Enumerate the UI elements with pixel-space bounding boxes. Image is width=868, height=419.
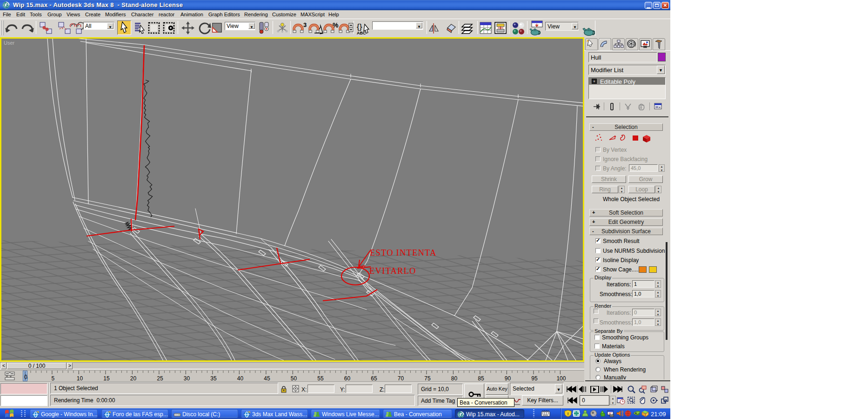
svg-text:3: 3 xyxy=(303,21,307,28)
svg-text:70: 70 xyxy=(398,375,404,382)
svg-text:90: 90 xyxy=(505,375,511,382)
svg-text:45: 45 xyxy=(264,375,270,382)
svg-text:30: 30 xyxy=(184,375,190,382)
svg-text:65: 65 xyxy=(371,375,377,382)
svg-text:5: 5 xyxy=(52,375,55,382)
svg-text:55: 55 xyxy=(317,375,324,382)
svg-text:80: 80 xyxy=(451,375,458,382)
svg-text:ABC: ABC xyxy=(357,31,366,35)
svg-text:{}: {} xyxy=(357,22,362,31)
svg-text:20: 20 xyxy=(130,375,137,382)
svg-text:User: User xyxy=(4,40,15,46)
svg-text:!: ! xyxy=(568,412,569,416)
svg-text:60: 60 xyxy=(344,375,351,382)
svg-text:15: 15 xyxy=(103,375,110,382)
svg-text:35: 35 xyxy=(210,375,217,382)
svg-text:100: 100 xyxy=(556,375,566,382)
svg-text:75: 75 xyxy=(424,375,431,382)
svg-text:ESTO INTENTA: ESTO INTENTA xyxy=(370,248,437,257)
svg-text:85: 85 xyxy=(478,375,484,382)
svg-text:EVITARLO: EVITARLO xyxy=(369,266,416,276)
svg-text:40: 40 xyxy=(237,375,244,382)
svg-text:10: 10 xyxy=(77,375,83,382)
svg-text:95: 95 xyxy=(531,375,538,382)
svg-text:25: 25 xyxy=(157,375,163,382)
svg-text:50: 50 xyxy=(291,375,297,382)
